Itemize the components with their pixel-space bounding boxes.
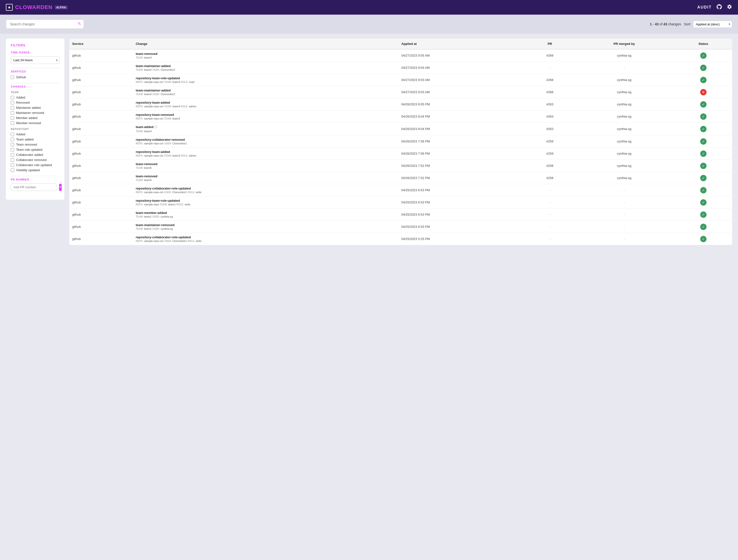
col-applied-at: Applied at bbox=[398, 38, 526, 49]
status-ok-icon: ✓ bbox=[700, 77, 707, 83]
results-count: 1 - 43 of 43 changes bbox=[650, 22, 681, 26]
search-input[interactable] bbox=[6, 19, 84, 29]
pr-merged-dash: - bbox=[624, 225, 625, 229]
cell-status: ✓ bbox=[675, 160, 732, 172]
repo-team-removed-item[interactable]: Team removed bbox=[11, 143, 59, 147]
table-row: githubrepository-collaborator-role-updat… bbox=[69, 233, 732, 245]
repo-team-role-updated-checkbox[interactable] bbox=[11, 148, 14, 152]
cell-service: github bbox=[69, 184, 133, 196]
cell-service: github bbox=[69, 221, 133, 233]
service-github-checkbox[interactable] bbox=[11, 76, 14, 79]
change-meta: REPO: sample-repo-cin TEAM: team3 bbox=[135, 117, 395, 120]
cell-service: github bbox=[69, 160, 133, 172]
settings-icon[interactable] bbox=[727, 4, 732, 11]
cell-service: github bbox=[69, 209, 133, 221]
changes-section: CHANGES TEAM Added Removed Maintainer ad… bbox=[11, 85, 59, 172]
table-row: githubrepository-team-addedREPO: sample-… bbox=[69, 98, 732, 110]
team-maintainer-added-checkbox[interactable] bbox=[11, 106, 14, 109]
cell-service: github bbox=[69, 148, 133, 160]
cell-pr: - bbox=[526, 184, 574, 196]
status-ok-icon: ✓ bbox=[700, 236, 707, 242]
cell-applied-at: 04/26/2023 7:52 PM bbox=[398, 160, 526, 172]
team-added-item[interactable]: Added bbox=[11, 95, 59, 99]
time-range-select[interactable]: Last 24 hours Last 7 days Last 30 days bbox=[11, 56, 59, 64]
table-row: githubrepository-team-removedREPO: sampl… bbox=[69, 110, 732, 123]
change-name: team-added ⓘ bbox=[135, 125, 395, 129]
change-meta: TEAM: team6 bbox=[135, 166, 395, 169]
sort-select[interactable]: Applied at (desc) Applied at (asc) bbox=[693, 21, 732, 28]
pr-number-title: PR NUMBER bbox=[11, 178, 59, 181]
repo-collaborator-added-item[interactable]: Collaborator added bbox=[11, 153, 59, 157]
team-removed-checkbox[interactable] bbox=[11, 101, 14, 104]
info-icon[interactable]: ⓘ bbox=[153, 125, 157, 129]
table-body: githubteam-removedTEAM: team404/27/2023 … bbox=[69, 49, 732, 245]
repo-visibility-updated-checkbox[interactable] bbox=[11, 169, 14, 172]
table-row: githubteam-maintainer-addedTEAM: team4 U… bbox=[69, 62, 732, 74]
change-name: repository-team-role-updated bbox=[135, 199, 395, 203]
table-row: githubteam-maintainer-addedTEAM: team4 U… bbox=[69, 86, 732, 98]
pr-number-row: + bbox=[11, 184, 59, 191]
cell-pr-merged-by: - bbox=[574, 62, 675, 74]
repo-added-item[interactable]: Added bbox=[11, 132, 59, 136]
team-removed-item[interactable]: Removed bbox=[11, 101, 59, 104]
pr-add-button[interactable]: + bbox=[59, 184, 62, 191]
repo-collaborator-role-updated-checkbox[interactable] bbox=[11, 164, 14, 167]
cell-applied-at: 04/25/2023 6:53 PM bbox=[398, 209, 526, 221]
repo-collaborator-added-checkbox[interactable] bbox=[11, 153, 14, 157]
logo-text: CLOWARDEN bbox=[15, 4, 52, 10]
cell-status: ✓ bbox=[675, 110, 732, 123]
table-row: githubrepository-team-addedREPO: sample-… bbox=[69, 148, 732, 160]
team-maintainer-added-item[interactable]: Maintainer added bbox=[11, 106, 59, 109]
repo-collaborator-role-updated-item[interactable]: Collaborator role updated bbox=[11, 163, 59, 167]
alpha-badge: ALPHA bbox=[55, 6, 67, 9]
filters-title: FILTERS bbox=[11, 43, 59, 47]
change-name: repository-collaborator-removed bbox=[135, 138, 395, 142]
repo-team-added-checkbox[interactable] bbox=[11, 138, 14, 141]
repo-team-removed-checkbox[interactable] bbox=[11, 143, 14, 147]
repo-collaborator-removed-checkbox[interactable] bbox=[11, 158, 14, 162]
cell-service: github bbox=[69, 233, 133, 245]
change-meta: REPO: sample-repo TEAM: team1 ROLE: writ… bbox=[135, 203, 395, 206]
sort-select-container: Applied at (desc) Applied at (asc) ▾ bbox=[693, 21, 732, 28]
cell-change: repository-team-addedREPO: sample-repo-c… bbox=[133, 148, 398, 160]
cell-change: repository-collaborator-role-updatedREPO… bbox=[133, 233, 398, 245]
team-member-added-checkbox[interactable] bbox=[11, 116, 14, 120]
time-range-wrapper: Last 24 hours Last 7 days Last 30 days ▾ bbox=[11, 56, 59, 64]
status-ok-icon: ✓ bbox=[700, 175, 707, 181]
cell-pr-merged-by: - bbox=[574, 233, 675, 245]
cell-change: repository-collaborator-removedREPO: sam… bbox=[133, 135, 398, 148]
status-ok-icon: ✓ bbox=[700, 101, 707, 107]
cell-pr-merged-by: cynthia-sg bbox=[574, 110, 675, 123]
service-github-item[interactable]: GitHub bbox=[11, 75, 59, 79]
repo-added-checkbox[interactable] bbox=[11, 133, 14, 136]
cell-pr-merged-by: - bbox=[574, 209, 675, 221]
pr-dash: - bbox=[549, 201, 550, 204]
repo-visibility-updated-item[interactable]: Visibility updated bbox=[11, 168, 59, 172]
repo-collaborator-removed-item[interactable]: Collaborator removed bbox=[11, 158, 59, 162]
cell-status: ✓ bbox=[675, 196, 732, 209]
team-added-checkbox[interactable] bbox=[11, 96, 14, 99]
cell-change: repository-team-addedREPO: sample-repo-c… bbox=[133, 98, 398, 110]
change-meta: TEAM: team4 bbox=[135, 130, 395, 133]
services-title: SERVICES bbox=[11, 70, 59, 73]
github-icon[interactable] bbox=[717, 4, 722, 11]
repo-team-role-updated-item[interactable]: Team role updated bbox=[11, 148, 59, 152]
team-maintainer-removed-item[interactable]: Maintainer removed bbox=[11, 111, 59, 114]
pr-number-input[interactable] bbox=[11, 184, 57, 191]
team-member-added-item[interactable]: Member added bbox=[11, 116, 59, 120]
divider-2 bbox=[11, 83, 59, 83]
changes-title: CHANGES bbox=[11, 85, 59, 88]
repo-team-added-item[interactable]: Team added bbox=[11, 137, 59, 141]
change-meta: TEAM: team4 USER: Clomonitor2 bbox=[135, 68, 395, 71]
team-member-removed-checkbox[interactable] bbox=[11, 121, 14, 125]
team-maintainer-removed-checkbox[interactable] bbox=[11, 111, 14, 114]
team-member-removed-item[interactable]: Member removed bbox=[11, 121, 59, 125]
change-meta: REPO: sample-repo-cin USER: Clomonitor1 … bbox=[135, 191, 395, 194]
cell-change: repository-team-removedREPO: sample-repo… bbox=[133, 110, 398, 123]
status-ok-icon: ✓ bbox=[700, 212, 707, 218]
sort-label: Sort: bbox=[684, 22, 691, 26]
search-button[interactable] bbox=[77, 22, 81, 27]
change-meta: TEAM: team1 USER: cynthia-sg bbox=[135, 215, 395, 218]
team-subtitle: TEAM bbox=[11, 91, 59, 94]
cell-pr-merged-by: cynthia-sg bbox=[574, 49, 675, 62]
